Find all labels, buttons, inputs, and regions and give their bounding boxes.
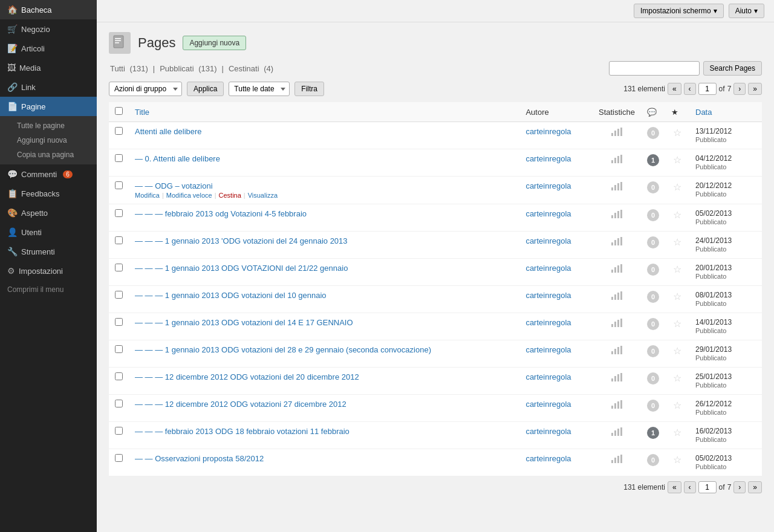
sidebar-item-strumenti[interactable]: 🔧 Strumenti: [0, 242, 97, 261]
sidebar-item-negozio[interactable]: 🛒 Negozio: [0, 19, 97, 39]
row-checkbox[interactable]: [115, 209, 123, 217]
star-icon[interactable]: ☆: [673, 373, 681, 383]
page-title-link[interactable]: — — — febbraio 2013 ODG 18 febbraio vota…: [135, 427, 350, 436]
select-all-checkbox[interactable]: [115, 107, 123, 115]
sidebar-item-media[interactable]: 🖼 Media: [0, 58, 97, 77]
row-checkbox[interactable]: [115, 291, 123, 299]
page-title-link[interactable]: — — — febbraio 2013 odg Votazioni 4-5 fe…: [135, 209, 307, 218]
sidebar-item-impostazioni[interactable]: ⚙ Impostazioni: [0, 261, 97, 281]
author-link[interactable]: carteinregola: [525, 427, 571, 436]
comment-count-badge[interactable]: 1: [647, 427, 659, 439]
author-link[interactable]: carteinregola: [525, 127, 571, 136]
next-page-button[interactable]: ›: [733, 83, 746, 95]
author-link[interactable]: carteinregola: [525, 264, 571, 273]
star-icon[interactable]: ☆: [673, 210, 681, 220]
sidebar-item-commenti[interactable]: 💬 Commenti 6: [0, 164, 97, 184]
svg-rect-19: [620, 210, 622, 218]
row-action-link[interactable]: Cestina: [219, 192, 241, 199]
row-checkbox[interactable]: [115, 427, 123, 435]
row-checkbox[interactable]: [115, 127, 123, 135]
sidebar-submenu-copy-page[interactable]: Copia una pagina: [0, 148, 97, 162]
row-action-link[interactable]: Modifica: [135, 192, 160, 199]
page-number-input[interactable]: [698, 83, 717, 95]
page-title-link[interactable]: — — — 1 gennaio 2013 ODG VOTAZIONI del 2…: [135, 264, 348, 273]
page-title-link[interactable]: — — ODG – votazioni: [135, 181, 213, 190]
row-checkbox[interactable]: [115, 236, 123, 244]
author-link[interactable]: carteinregola: [525, 291, 571, 300]
author-link[interactable]: carteinregola: [525, 154, 571, 163]
row-action-link[interactable]: Modifica veloce: [166, 192, 212, 199]
filter-tab-tutti[interactable]: Tutti (131): [109, 64, 149, 73]
comment-count-badge[interactable]: 1: [647, 154, 659, 166]
page-title-link[interactable]: — — — 12 dicembre 2012 ODG votazioni del…: [135, 372, 359, 381]
row-checkbox[interactable]: [115, 264, 123, 271]
filter-tab-pubblicati[interactable]: Pubblicati (131): [158, 64, 218, 73]
row-action-link[interactable]: Visualizza: [248, 192, 278, 199]
apply-button[interactable]: Applica: [187, 82, 224, 96]
first-page-button[interactable]: «: [668, 83, 681, 95]
sidebar-item-pagine[interactable]: 📄 Pagine: [0, 97, 97, 116]
bottom-last-page-button[interactable]: »: [748, 481, 762, 493]
sidebar-item-utenti[interactable]: 👤 Utenti: [0, 222, 97, 242]
page-title-link[interactable]: — — Osservazioni proposta 58/2012: [135, 454, 264, 463]
help-button[interactable]: Aiuto ▾: [729, 4, 764, 18]
star-icon[interactable]: ☆: [673, 455, 681, 465]
author-link[interactable]: carteinregola: [525, 400, 571, 409]
author-link[interactable]: carteinregola: [525, 345, 571, 354]
title-sort-link[interactable]: Title: [135, 108, 149, 117]
star-icon[interactable]: ☆: [673, 155, 681, 165]
row-checkbox[interactable]: [115, 318, 123, 326]
page-title-link[interactable]: — — — 1 gennaio 2013 ODG votazioni del 1…: [135, 291, 327, 300]
star-icon[interactable]: ☆: [673, 346, 681, 356]
sidebar-compress[interactable]: Comprimi il menu: [0, 281, 97, 299]
search-pages-button[interactable]: Search Pages: [703, 61, 762, 76]
screen-settings-button[interactable]: Impostazioni schermo ▾: [634, 4, 724, 18]
page-title-link[interactable]: — — — 1 gennaio 2013 'ODG votazioni del …: [135, 236, 348, 245]
row-checkbox[interactable]: [115, 454, 123, 462]
star-icon[interactable]: ☆: [673, 237, 681, 247]
author-link[interactable]: carteinregola: [525, 209, 571, 218]
page-title-link[interactable]: Attenti alle delibere: [135, 127, 202, 136]
star-icon[interactable]: ☆: [673, 291, 681, 302]
page-title-link[interactable]: — 0. Attenti alle delibere: [135, 154, 220, 163]
author-link[interactable]: carteinregola: [525, 372, 571, 381]
sidebar-item-aspetto[interactable]: 🎨 Aspetto: [0, 203, 97, 222]
author-link[interactable]: carteinregola: [525, 236, 571, 245]
bottom-page-number-input[interactable]: [698, 481, 717, 493]
author-link[interactable]: carteinregola: [525, 454, 571, 463]
date-sort-link[interactable]: Data: [695, 108, 712, 117]
row-checkbox[interactable]: [115, 181, 123, 189]
group-action-select[interactable]: Azioni di gruppo: [109, 82, 182, 96]
sidebar-item-link[interactable]: 🔗 Link: [0, 77, 97, 97]
last-page-button[interactable]: »: [748, 83, 762, 95]
star-icon[interactable]: ☆: [673, 264, 681, 274]
search-input[interactable]: [609, 61, 700, 76]
add-new-button[interactable]: Aggiungi nuova: [183, 36, 246, 50]
row-checkbox[interactable]: [115, 345, 123, 353]
prev-page-button[interactable]: ‹: [684, 83, 696, 95]
page-title-link[interactable]: — — — 12 dicembre 2012 ODG votazioni 27 …: [135, 400, 346, 409]
row-checkbox[interactable]: [115, 400, 123, 407]
row-checkbox[interactable]: [115, 372, 123, 380]
sidebar-submenu-add-page[interactable]: Aggiungi nuova: [0, 133, 97, 148]
sidebar-submenu-all-pages[interactable]: Tutte le pagine: [0, 118, 97, 133]
star-icon[interactable]: ☆: [673, 427, 681, 438]
page-title-link[interactable]: — — — 1 gennaio 2013 ODG votazioni del 2…: [135, 345, 431, 354]
sidebar-item-feedbacks[interactable]: 📋 Feedbacks: [0, 184, 97, 203]
author-link[interactable]: carteinregola: [525, 181, 571, 190]
bottom-next-page-button[interactable]: ›: [733, 481, 746, 493]
sidebar-item-bacheca[interactable]: 🏠 Bacheca: [0, 0, 97, 19]
row-checkbox[interactable]: [115, 154, 123, 162]
author-link[interactable]: carteinregola: [525, 318, 571, 327]
star-icon[interactable]: ☆: [673, 319, 681, 329]
sidebar-item-articoli[interactable]: 📝 Articoli: [0, 39, 97, 58]
filter-button[interactable]: Filtra: [294, 82, 324, 96]
star-icon[interactable]: ☆: [673, 400, 681, 410]
star-icon[interactable]: ☆: [673, 182, 681, 192]
date-filter-select[interactable]: Tutte le date: [229, 82, 290, 96]
filter-tab-cestinati[interactable]: Cestinati (4): [227, 64, 275, 73]
page-title-link[interactable]: — — — 1 gennaio 2013 ODG votazioni del 1…: [135, 318, 353, 327]
bottom-prev-page-button[interactable]: ‹: [684, 481, 696, 493]
star-icon[interactable]: ☆: [673, 128, 681, 138]
bottom-first-page-button[interactable]: «: [668, 481, 681, 493]
